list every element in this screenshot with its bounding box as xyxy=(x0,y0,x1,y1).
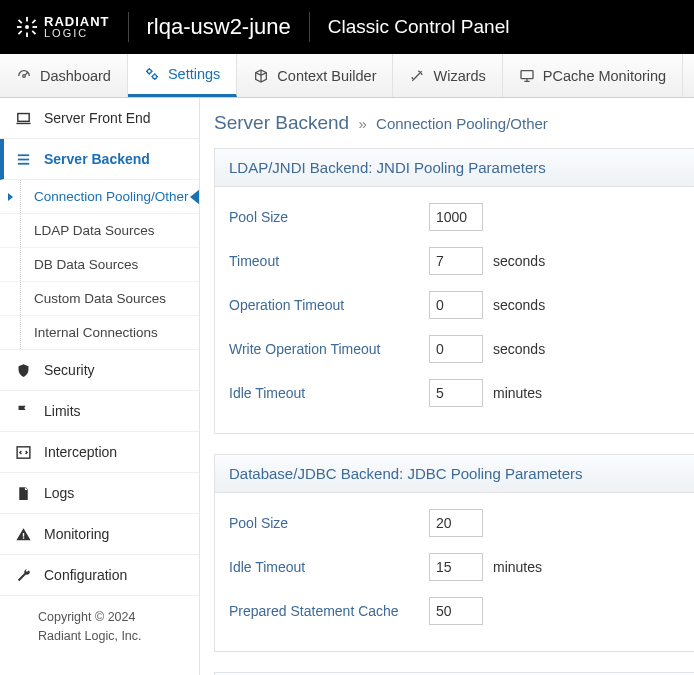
label-timeout: Timeout xyxy=(229,253,429,269)
input-jdbc-idle[interactable] xyxy=(429,553,483,581)
sidebar-label: Server Backend xyxy=(44,151,150,167)
sidebar-label: Monitoring xyxy=(44,526,109,542)
svg-point-0 xyxy=(25,25,29,29)
sidebar-label: Internal Connections xyxy=(34,325,158,340)
sidebar-item-backend[interactable]: Server Backend xyxy=(0,139,199,180)
copyright-line1: Copyright © 2024 xyxy=(38,608,185,627)
sidebar-label: LDAP Data Sources xyxy=(34,223,155,238)
sidebar-item-limits[interactable]: Limits xyxy=(0,391,199,432)
breadcrumb-sub: Connection Pooling/Other xyxy=(376,115,548,132)
input-jndi-idle-timeout[interactable] xyxy=(429,379,483,407)
panel-jndi: LDAP/JNDI Backend: JNDI Pooling Paramete… xyxy=(214,148,694,434)
sidebar-item-monitoring[interactable]: Monitoring xyxy=(0,514,199,555)
svg-rect-19 xyxy=(22,533,23,537)
warning-icon xyxy=(14,525,32,543)
wrench-icon xyxy=(14,566,32,584)
tab-label: Wizards xyxy=(433,68,485,84)
sidebar-sub-db[interactable]: DB Data Sources xyxy=(0,248,199,282)
flag-icon xyxy=(14,402,32,420)
input-jndi-wop-timeout[interactable] xyxy=(429,335,483,363)
sidebar-label: Limits xyxy=(44,403,81,419)
laptop-icon xyxy=(14,109,32,127)
sidebar-label: Configuration xyxy=(44,567,127,583)
nav-tabs: Dashboard Settings Context Builder Wizar… xyxy=(0,54,694,98)
panel-title-jndi: LDAP/JNDI Backend: JNDI Pooling Paramete… xyxy=(215,149,694,187)
topbar: RADIANT LOGIC rlqa-usw2-june Classic Con… xyxy=(0,0,694,54)
label-jdbc-pool-size: Pool Size xyxy=(229,515,429,531)
sidebar-label: Custom Data Sources xyxy=(34,291,166,306)
tab-wizards[interactable]: Wizards xyxy=(393,54,502,97)
brand-logo: RADIANT LOGIC xyxy=(16,15,128,39)
svg-point-9 xyxy=(147,69,151,73)
svg-rect-5 xyxy=(18,19,23,24)
sidebar: Server Front End Server Backend Connecti… xyxy=(0,98,200,675)
panel-title: Classic Control Panel xyxy=(310,16,510,38)
radiant-logo-icon xyxy=(16,16,38,38)
sidebar-label: DB Data Sources xyxy=(34,257,138,272)
unit-seconds: seconds xyxy=(493,297,545,313)
tab-r-partial[interactable]: R xyxy=(683,54,694,97)
cube-icon xyxy=(253,68,269,84)
label-op-timeout: Operation Timeout xyxy=(229,297,429,313)
svg-rect-6 xyxy=(32,30,37,35)
breadcrumb: Server Backend » Connection Pooling/Othe… xyxy=(214,112,694,134)
sidebar-item-frontend[interactable]: Server Front End xyxy=(0,98,199,139)
sidebar-label: Server Front End xyxy=(44,110,151,126)
svg-rect-2 xyxy=(26,33,28,38)
caret-right-icon xyxy=(8,193,13,201)
sidebar-item-logs[interactable]: Logs xyxy=(0,473,199,514)
breadcrumb-sep: » xyxy=(358,115,366,132)
sidebar-sub-connection-pooling[interactable]: Connection Pooling/Other xyxy=(0,180,199,214)
svg-rect-3 xyxy=(17,26,22,28)
sidebar-label: Connection Pooling/Other xyxy=(34,189,189,204)
sidebar-label: Logs xyxy=(44,485,74,501)
input-jndi-pool-size[interactable] xyxy=(429,203,483,231)
gauge-icon xyxy=(16,68,32,84)
list-icon xyxy=(14,150,32,168)
tab-label: Context Builder xyxy=(277,68,376,84)
content-area: Server Backend » Connection Pooling/Othe… xyxy=(200,98,694,675)
svg-rect-8 xyxy=(32,19,37,24)
input-ps-cache[interactable] xyxy=(429,597,483,625)
tab-pcache[interactable]: PCache Monitoring xyxy=(503,54,683,97)
label-wop-timeout: Write Operation Timeout xyxy=(229,341,429,357)
unit-seconds: seconds xyxy=(493,253,545,269)
svg-rect-11 xyxy=(521,70,533,78)
label-idle-timeout: Idle Timeout xyxy=(229,385,429,401)
tab-dashboard[interactable]: Dashboard xyxy=(0,54,128,97)
svg-rect-20 xyxy=(22,537,23,538)
panel-jdbc: Database/JDBC Backend: JDBC Pooling Para… xyxy=(214,454,694,652)
sidebar-label: Interception xyxy=(44,444,117,460)
input-jndi-op-timeout[interactable] xyxy=(429,291,483,319)
sidebar-label: Security xyxy=(44,362,95,378)
tab-settings[interactable]: Settings xyxy=(128,54,237,97)
tab-label: PCache Monitoring xyxy=(543,68,666,84)
sidebar-sub-custom[interactable]: Custom Data Sources xyxy=(0,282,199,316)
document-icon xyxy=(14,484,32,502)
unit-minutes: minutes xyxy=(493,559,542,575)
sidebar-item-security[interactable]: Security xyxy=(0,350,199,391)
input-jdbc-pool-size[interactable] xyxy=(429,509,483,537)
svg-rect-7 xyxy=(18,30,23,35)
code-icon xyxy=(14,443,32,461)
unit-seconds: seconds xyxy=(493,341,545,357)
svg-rect-4 xyxy=(33,26,38,28)
svg-rect-14 xyxy=(17,113,28,121)
input-jndi-timeout[interactable] xyxy=(429,247,483,275)
sidebar-sub-internal[interactable]: Internal Connections xyxy=(0,316,199,350)
svg-point-10 xyxy=(153,75,157,79)
sidebar-item-interception[interactable]: Interception xyxy=(0,432,199,473)
copyright: Copyright © 2024 Radiant Logic, Inc. xyxy=(0,596,199,658)
tab-context-builder[interactable]: Context Builder xyxy=(237,54,393,97)
svg-rect-1 xyxy=(26,17,28,22)
panel-title-jdbc: Database/JDBC Backend: JDBC Pooling Para… xyxy=(215,455,694,493)
label-ps-cache: Prepared Statement Cache xyxy=(229,603,429,619)
sidebar-item-configuration[interactable]: Configuration xyxy=(0,555,199,596)
label-pool-size: Pool Size xyxy=(229,209,429,225)
tab-label: Dashboard xyxy=(40,68,111,84)
sidebar-sub-ldap[interactable]: LDAP Data Sources xyxy=(0,214,199,248)
tab-label: Settings xyxy=(168,66,220,82)
unit-minutes: minutes xyxy=(493,385,542,401)
monitor-icon xyxy=(519,68,535,84)
brand-bottom: LOGIC xyxy=(44,28,110,39)
